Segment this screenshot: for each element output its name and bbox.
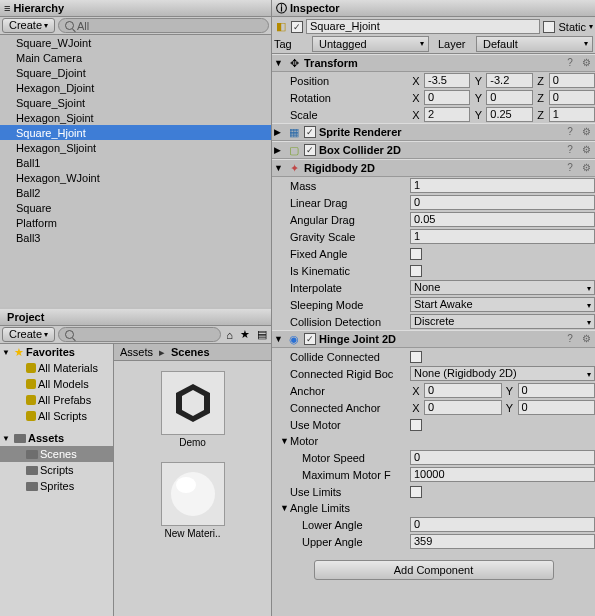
foldout-icon[interactable]: ▼ — [274, 334, 284, 344]
rigidbody-header[interactable]: ▼ ✦ Rigidbody 2D ?⚙ — [272, 159, 595, 177]
conn-anchor-x-field[interactable]: 0 — [424, 400, 502, 415]
layer-dropdown[interactable]: Default — [476, 36, 593, 52]
asset-thumbnail[interactable]: Demo — [153, 371, 233, 448]
mass-field[interactable]: 1 — [410, 178, 595, 193]
interpolate-dropdown[interactable]: None — [410, 280, 595, 295]
collide-connected-checkbox[interactable] — [410, 351, 422, 363]
add-component-button[interactable]: Add Component — [314, 560, 554, 580]
sleeping-mode-dropdown[interactable]: Start Awake — [410, 297, 595, 312]
gear-icon[interactable]: ⚙ — [579, 126, 593, 138]
linear-drag-field[interactable]: 0 — [410, 195, 595, 210]
favorite-item[interactable]: All Materials — [0, 360, 113, 376]
collision-detection-dropdown[interactable]: Discrete — [410, 314, 595, 329]
hierarchy-item[interactable]: Hexagon_Djoint — [0, 80, 271, 95]
filter-icon[interactable]: ★ — [238, 328, 252, 341]
assets-group[interactable]: ▼ Assets — [0, 430, 113, 446]
rotation-x-field[interactable]: 0 — [424, 90, 470, 105]
collider-enabled-checkbox[interactable] — [304, 144, 316, 156]
position-z-field[interactable]: 0 — [549, 73, 595, 88]
favorites-group[interactable]: ▼★ Favorites — [0, 344, 113, 360]
favorite-item[interactable]: All Prefabs — [0, 392, 113, 408]
position-y-field[interactable]: -3.2 — [486, 73, 532, 88]
help-icon[interactable]: ? — [563, 57, 577, 69]
anchor-y-field[interactable]: 0 — [518, 383, 596, 398]
use-limits-checkbox[interactable] — [410, 486, 422, 498]
rotation-y-field[interactable]: 0 — [486, 90, 532, 105]
foldout-icon[interactable]: ▶ — [274, 145, 284, 155]
hinge-joint-header[interactable]: ▼ ◉ Hinge Joint 2D ?⚙ — [272, 330, 595, 348]
hierarchy-item[interactable]: Square — [0, 200, 271, 215]
hierarchy-item[interactable]: Ball2 — [0, 185, 271, 200]
upper-angle-field[interactable]: 359 — [410, 534, 595, 549]
connected-body-field[interactable]: None (Rigidbody 2D) — [410, 366, 595, 381]
gear-icon[interactable]: ⚙ — [579, 333, 593, 345]
folder-item[interactable]: Scenes — [0, 446, 113, 462]
rotation-z-field[interactable]: 0 — [549, 90, 595, 105]
help-icon[interactable]: ? — [563, 126, 577, 138]
hierarchy-item[interactable]: Hexagon_Sljoint — [0, 140, 271, 155]
gear-icon[interactable]: ⚙ — [579, 57, 593, 69]
motor-speed-field[interactable]: 0 — [410, 450, 595, 465]
favorite-item[interactable]: All Models — [0, 376, 113, 392]
box-collider-header[interactable]: ▶ ▢ Box Collider 2D ?⚙ — [272, 141, 595, 159]
favorite-item[interactable]: All Scripts — [0, 408, 113, 424]
foldout-icon[interactable]: ▼ — [274, 163, 284, 173]
position-x-field[interactable]: -3.5 — [424, 73, 470, 88]
hierarchy-item[interactable]: Square_WJoint — [0, 35, 271, 50]
hierarchy-item[interactable]: Hexagon_WJoint — [0, 170, 271, 185]
scale-y-field[interactable]: 0.25 — [486, 107, 532, 122]
static-dropdown-icon[interactable]: ▾ — [589, 22, 593, 31]
sprite-renderer-header[interactable]: ▶ ▦ Sprite Renderer ?⚙ — [272, 123, 595, 141]
gear-icon[interactable]: ⚙ — [579, 144, 593, 156]
asset-grid[interactable]: DemoNew Materi.. — [114, 361, 271, 616]
object-enabled-checkbox[interactable] — [291, 21, 303, 33]
fixed-angle-checkbox[interactable] — [410, 248, 422, 260]
help-icon[interactable]: ? — [563, 333, 577, 345]
asset-thumbnail[interactable]: New Materi.. — [153, 462, 233, 539]
folder-item[interactable]: Scripts — [0, 462, 113, 478]
motor-force-field[interactable]: 10000 — [410, 467, 595, 482]
foldout-icon[interactable]: ▼ — [280, 436, 290, 446]
foldout-icon[interactable]: ▼ — [280, 503, 290, 513]
hierarchy-item[interactable]: Square_Sjoint — [0, 95, 271, 110]
breadcrumb[interactable]: Assets Scenes — [114, 344, 271, 361]
foldout-icon[interactable]: ▼ — [274, 58, 284, 68]
hierarchy-list[interactable]: Square_WJointMain CameraSquare_DjointHex… — [0, 35, 271, 307]
hierarchy-item[interactable]: Square_Hjoint — [0, 125, 271, 140]
filter-icon[interactable]: ▤ — [255, 328, 269, 341]
help-icon[interactable]: ? — [563, 162, 577, 174]
foldout-icon[interactable]: ▶ — [274, 127, 284, 137]
project-create-button[interactable]: Create — [2, 327, 55, 342]
static-checkbox[interactable] — [543, 21, 555, 33]
object-name-field[interactable]: Square_Hjoint — [306, 19, 540, 34]
scale-z-field[interactable]: 1 — [549, 107, 595, 122]
hinge-enabled-checkbox[interactable] — [304, 333, 316, 345]
hierarchy-item[interactable]: Main Camera — [0, 50, 271, 65]
transform-component-header[interactable]: ▼ ✥ Transform ?⚙ — [272, 54, 595, 72]
hierarchy-search-input[interactable]: All — [58, 18, 269, 33]
hierarchy-create-button[interactable]: Create — [2, 18, 55, 33]
anchor-x-field[interactable]: 0 — [424, 383, 502, 398]
help-icon[interactable]: ? — [563, 144, 577, 156]
hierarchy-item[interactable]: Platform — [0, 215, 271, 230]
conn-anchor-y-field[interactable]: 0 — [518, 400, 596, 415]
hierarchy-item[interactable]: Square_Djoint — [0, 65, 271, 80]
scale-x-field[interactable]: 2 — [424, 107, 470, 122]
sprite-enabled-checkbox[interactable] — [304, 126, 316, 138]
hierarchy-item[interactable]: Ball1 — [0, 155, 271, 170]
project-search-input[interactable] — [58, 327, 221, 342]
hierarchy-item[interactable]: Hexagon_Sjoint — [0, 110, 271, 125]
project-tree[interactable]: ▼★ Favorites All MaterialsAll ModelsAll … — [0, 344, 114, 616]
hierarchy-item[interactable]: Ball3 — [0, 230, 271, 245]
breadcrumb-item[interactable]: Assets — [120, 346, 153, 358]
lower-angle-field[interactable]: 0 — [410, 517, 595, 532]
gravity-scale-field[interactable]: 1 — [410, 229, 595, 244]
angular-drag-field[interactable]: 0.05 — [410, 212, 595, 227]
folder-item[interactable]: Sprites — [0, 478, 113, 494]
filter-icon[interactable]: ⌂ — [224, 329, 235, 341]
breadcrumb-item[interactable]: Scenes — [171, 346, 210, 358]
is-kinematic-checkbox[interactable] — [410, 265, 422, 277]
gear-icon[interactable]: ⚙ — [579, 162, 593, 174]
use-motor-checkbox[interactable] — [410, 419, 422, 431]
tag-dropdown[interactable]: Untagged — [312, 36, 429, 52]
